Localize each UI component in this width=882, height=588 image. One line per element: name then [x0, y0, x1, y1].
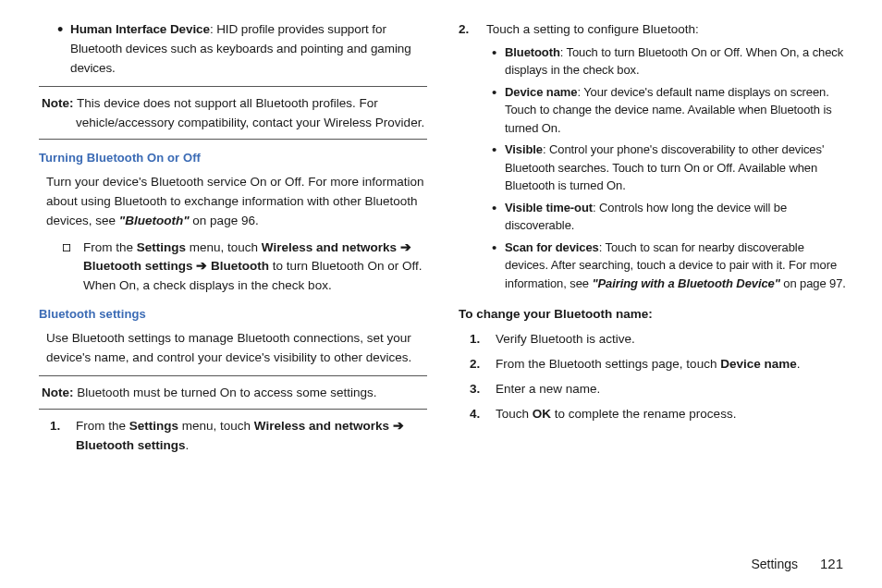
- bullet-hid: • Human Interface Device: HID profile pr…: [39, 20, 427, 79]
- left-column: • Human Interface Device: HID profile pr…: [39, 20, 427, 546]
- p1c: on page 96.: [190, 214, 259, 227]
- note-profiles: Note: This device does not support all B…: [39, 94, 427, 133]
- bullet-marker: •: [492, 43, 505, 80]
- step-body: Enter a new name.: [496, 380, 847, 399]
- bullet-marker: •: [492, 141, 505, 195]
- square-step: From the Settings menu, touch Wireless a…: [63, 239, 427, 297]
- footer-page-number: 121: [820, 556, 843, 571]
- s2b: Device name: [720, 357, 797, 371]
- step-number: 1.: [50, 417, 76, 456]
- sub-scan: • Scan for devices: Touch to scan for ne…: [492, 239, 847, 293]
- n1a: From the: [76, 419, 129, 433]
- sb-text: : Control your phone's discoverability t…: [505, 142, 824, 192]
- sb-tail: on page 97.: [780, 276, 846, 290]
- p1b-link: "Bluetooth": [119, 214, 190, 227]
- sub-visible: • Visible: Control your phone's discover…: [492, 141, 847, 195]
- bullet-marker: •: [492, 199, 505, 235]
- rename-steps: 1. Verify Bluetooth is active. 2. From t…: [470, 330, 847, 424]
- step-number: 1.: [470, 330, 496, 349]
- step-body: Touch a setting to configure Bluetooth: …: [486, 20, 847, 296]
- sub-body: Scan for devices: Touch to scan for near…: [505, 239, 847, 293]
- note-body: Note: This device does not support all B…: [39, 94, 427, 133]
- divider: [39, 409, 427, 410]
- n1b: Settings: [129, 419, 178, 433]
- bullet-marker: •: [57, 20, 70, 79]
- note-body: Note: Bluetooth must be turned On to acc…: [39, 384, 427, 403]
- sub-body: Visible time-out: Controls how long the …: [505, 199, 847, 235]
- note-on-required: Note: Bluetooth must be turned On to acc…: [39, 384, 427, 403]
- paragraph-bt-settings: Use Bluetooth settings to manage Bluetoo…: [46, 329, 427, 368]
- sub-visible-timeout: • Visible time-out: Controls how long th…: [492, 199, 847, 235]
- svg-rect-0: [63, 244, 70, 251]
- step-2: 2. Touch a setting to configure Bluetoot…: [459, 20, 847, 296]
- right-column: 2. Touch a setting to configure Bluetoot…: [459, 20, 847, 546]
- step-body: From the Settings menu, touch Wireless a…: [76, 417, 427, 456]
- step-body: From the Bluetooth settings page, touch …: [496, 355, 847, 374]
- manual-page: • Human Interface Device: HID profile pr…: [0, 0, 882, 588]
- sub-body: Device name: Your device's default name …: [505, 83, 847, 138]
- bullet-body: Human Interface Device: HID profile prov…: [70, 20, 427, 79]
- rename-step-4: 4. Touch OK to complete the rename proce…: [470, 405, 847, 424]
- bullet-marker: •: [492, 83, 505, 138]
- sb-label: Visible time-out: [505, 201, 593, 214]
- divider: [39, 375, 427, 376]
- s4a: Touch: [496, 407, 533, 421]
- rename-step-3: 3. Enter a new name.: [470, 380, 847, 399]
- divider: [39, 139, 427, 140]
- step-1: 1. From the Settings menu, touch Wireles…: [50, 417, 427, 456]
- step-number: 2.: [470, 355, 496, 374]
- page-footer: Settings 121: [39, 546, 847, 571]
- divider: [39, 86, 427, 87]
- heading-bt-settings: Bluetooth settings: [39, 305, 427, 324]
- sq1c: menu, touch: [186, 240, 262, 254]
- note-text: Bluetooth must be turned On to access so…: [74, 386, 377, 399]
- sq1b: Settings: [137, 240, 186, 254]
- note-label: Note:: [42, 96, 74, 110]
- heading-change-name: To change your Bluetooth name:: [459, 305, 847, 325]
- paragraph-turning: Turn your device's Bluetooth service On …: [46, 173, 427, 231]
- sb-label: Visible: [505, 142, 543, 156]
- sb-link: "Pairing with a Bluetooth Device": [592, 276, 779, 290]
- n1e: .: [186, 438, 190, 452]
- hid-label: Human Interface Device: [70, 22, 210, 36]
- step-body: Touch OK to complete the rename process.: [496, 405, 847, 424]
- footer-section: Settings: [751, 557, 798, 571]
- square-body: From the Settings menu, touch Wireless a…: [83, 239, 427, 297]
- note-label: Note:: [42, 386, 74, 399]
- s4b: OK: [533, 407, 551, 421]
- s2c: .: [797, 357, 801, 371]
- step-number: 3.: [470, 380, 496, 399]
- sub-body: Bluetooth: Touch to turn Bluetooth On or…: [505, 43, 847, 80]
- sub-body: Visible: Control your phone's discoverab…: [505, 141, 847, 195]
- rename-step-1: 1. Verify Bluetooth is active.: [470, 330, 847, 349]
- numbered-list: 1. From the Settings menu, touch Wireles…: [39, 417, 427, 456]
- sub-bullet-list: • Bluetooth: Touch to turn Bluetooth On …: [486, 43, 847, 293]
- sq1a: From the: [83, 240, 137, 254]
- note-text: This device does not support all Bluetoo…: [74, 96, 425, 129]
- step-number: 2.: [459, 20, 486, 296]
- step-body: Verify Bluetooth is active.: [496, 330, 847, 349]
- s2a: From the Bluetooth settings page, touch: [496, 357, 720, 371]
- bullet-marker: •: [492, 239, 505, 293]
- s4c: to complete the rename process.: [551, 407, 736, 421]
- rename-step-2: 2. From the Bluetooth settings page, tou…: [470, 355, 847, 374]
- two-column-layout: • Human Interface Device: HID profile pr…: [39, 20, 847, 546]
- sub-device-name: • Device name: Your device's default nam…: [492, 83, 847, 138]
- n1c: menu, touch: [178, 419, 254, 433]
- sub-bluetooth: • Bluetooth: Touch to turn Bluetooth On …: [492, 43, 847, 80]
- sb-label: Device name: [505, 85, 577, 99]
- heading-turning-bluetooth: Turning Bluetooth On or Off: [39, 149, 427, 167]
- square-icon: [63, 239, 83, 297]
- step-lead: Touch a setting to configure Bluetooth:: [486, 20, 847, 40]
- sb-label: Scan for devices: [505, 240, 599, 254]
- sb-label: Bluetooth: [505, 45, 560, 59]
- step-number: 4.: [470, 405, 496, 424]
